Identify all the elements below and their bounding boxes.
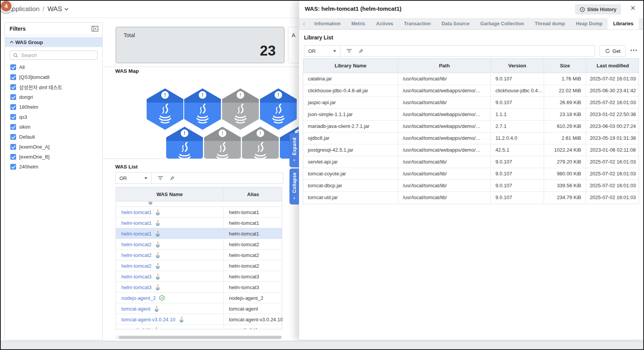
was-name-link[interactable]: helm-tomcat1 [121, 209, 152, 215]
breadcrumb-application[interactable]: Application [8, 5, 39, 13]
checkbox-checked-icon[interactable] [10, 134, 16, 140]
filter-icon[interactable] [346, 48, 352, 54]
was-list-row[interactable]: helm-tomcat2 JS helm-tomcat2 [116, 250, 282, 260]
panel-tab[interactable]: Information [309, 18, 346, 29]
library-row[interactable]: postgresql-42.5.1.jar /usr/local/tomcat/… [303, 144, 639, 156]
checkbox-checked-icon[interactable] [10, 64, 16, 70]
library-row[interactable]: tomcat-dbcp.jar /usr/local/tomcat/lib/ 9… [303, 180, 639, 192]
panel-tab[interactable]: Data Source [436, 18, 475, 29]
library-row[interactable]: json-simple-1.1.1.jar /usr/local/tomcat/… [303, 109, 639, 121]
was-list-row[interactable]: nodejs-agent_2 JS nodejs-agent_2 [116, 293, 282, 303]
was-list-row[interactable]: tomcat-agent-v3.0.24.10 JS tomcat-agent-… [116, 314, 282, 325]
collapse-panel-icon[interactable] [92, 26, 98, 32]
was-hexagon[interactable]: ! [184, 88, 221, 130]
slide-history-button[interactable]: Slide History [575, 4, 621, 15]
was-group-item[interactable]: [QS3]tomcat8 [5, 72, 102, 82]
panel-tab[interactable]: Actives [371, 18, 399, 29]
was-name-link[interactable]: helm-tomcat3 [121, 285, 152, 290]
was-group-section-header[interactable]: WAS Group [5, 37, 102, 47]
was-hexagon[interactable]: ! [260, 88, 297, 130]
was-name-link[interactable]: helm-tomcat1 [121, 231, 152, 237]
library-row[interactable]: ojdbc6.jar /usr/local/tomcat/webapps/dem… [303, 132, 639, 144]
panel-tab[interactable]: Thread dump [530, 18, 570, 29]
was-list-row[interactable]: helm-tomcat1 JS helm-tomcat1 [116, 228, 282, 239]
checkbox-checked-icon[interactable] [10, 164, 16, 170]
column-header-last-modified[interactable]: Last modified [586, 59, 639, 73]
was-hexagon[interactable]: ! [222, 88, 259, 130]
column-header-library-name[interactable]: Library Name [303, 59, 398, 73]
library-row[interactable]: tomcat-coyote.jar /usr/local/tomcat/lib/… [303, 168, 639, 180]
was-name-link[interactable]: tomcat-agent-v3.0.24.10 [121, 317, 175, 322]
horizontal-scrollbar[interactable] [116, 335, 282, 339]
library-row[interactable]: servlet-api.jar /usr/local/tomcat/lib/ 9… [303, 156, 639, 168]
panel-tab[interactable]: Libraries [608, 18, 639, 29]
expand-tab[interactable]: Expand ‹ [289, 133, 299, 167]
checkbox-checked-icon[interactable] [10, 144, 16, 150]
column-header-alias[interactable]: Alias [224, 187, 283, 201]
checkbox-checked-icon[interactable] [10, 74, 16, 80]
checkbox-checked-icon[interactable] [10, 84, 16, 90]
was-name-link[interactable]: tomcat8_240 [121, 327, 150, 329]
checkbox-checked-icon[interactable] [10, 94, 16, 100]
checkbox-checked-icon[interactable] [10, 114, 16, 120]
more-menu-icon[interactable]: ••• [629, 47, 639, 54]
was-hexagon[interactable]: ! [166, 127, 203, 159]
column-header-path[interactable]: Path [398, 59, 491, 73]
collapse-tab[interactable]: Collapse › [289, 168, 299, 204]
was-name-link[interactable]: nodejs-agent_2 [121, 295, 156, 301]
panel-tab[interactable]: Heap Dump [570, 18, 608, 29]
was-list-row[interactable]: tomcat8_240 JS tomcat8_240 [116, 325, 282, 329]
was-name-link[interactable]: tomcat-agent [121, 306, 150, 312]
library-row[interactable]: tomcat-util.jar /usr/local/tomcat/lib/ 9… [303, 192, 639, 204]
library-row[interactable]: jaspic-api.jar /usr/local/tomcat/lib/ 9.… [303, 97, 639, 109]
column-header-size[interactable]: Size [544, 59, 586, 73]
was-group-item[interactable]: qs3 [5, 112, 102, 122]
was-list-row[interactable]: tomcat-agent JS tomcat-agent [116, 303, 282, 314]
pin-icon[interactable] [358, 48, 364, 54]
was-list-row[interactable]: helm-tomcat1 JS helm-tomcat1 [116, 207, 282, 218]
was-group-item[interactable]: All [5, 62, 102, 72]
was-group-item[interactable]: Default [5, 132, 102, 142]
was-list-row[interactable]: helm-tomcat1 JS helm-tomcat1 [116, 218, 282, 228]
was-name-link[interactable]: helm-tomcat3 [121, 274, 152, 280]
tab-scroll-right-icon[interactable]: › [639, 18, 643, 29]
get-button[interactable]: Get [600, 45, 626, 57]
checkbox-checked-icon[interactable] [10, 104, 16, 110]
was-group-item[interactable]: dongri [5, 92, 102, 102]
chevron-down-icon[interactable] [65, 7, 69, 10]
was-list-row[interactable]: helm-tomcat3 JS helm-tomcat3 [116, 282, 282, 293]
was-group-item[interactable]: 삼성전자 dmf 테스트 [5, 82, 102, 92]
total-card[interactable]: Total 23 [116, 27, 284, 63]
scrollbar-thumb[interactable] [119, 336, 281, 339]
tab-scroll-left-icon[interactable]: ‹ [299, 18, 309, 29]
panel-tab[interactable]: Metric [346, 18, 371, 29]
was-name-link[interactable]: helm-tomcat1 [121, 220, 152, 226]
column-header-version[interactable]: Version [491, 59, 544, 73]
checkbox-checked-icon[interactable] [10, 124, 16, 130]
column-header-was-name[interactable]: WAS Name [116, 187, 224, 201]
library-row[interactable]: catalina.jar /usr/local/tomcat/lib/ 9.0.… [303, 73, 639, 85]
checkbox-checked-icon[interactable] [10, 154, 16, 160]
pin-icon[interactable] [169, 175, 175, 181]
was-name-link[interactable]: helm-tomcat2 [121, 263, 152, 269]
was-hexagon[interactable]: ! [204, 127, 241, 159]
breadcrumb-was[interactable]: WAS [47, 5, 62, 13]
panel-tab[interactable]: Garbage Collection [475, 18, 530, 29]
library-row[interactable]: clickhouse-jdbc-0.4.6-all.jar /usr/local… [303, 85, 639, 97]
library-row[interactable]: mariadb-java-client-2.7.1.jar /usr/local… [303, 121, 639, 132]
library-operator-dropdown[interactable]: OR [304, 46, 340, 56]
panel-tab[interactable]: Transaction [399, 18, 436, 29]
was-group-item[interactable]: 180helm [5, 102, 102, 112]
was-list-row[interactable]: helm-tomcat2 JS helm-tomcat2 [116, 239, 282, 250]
close-icon[interactable]: ✕ [629, 4, 637, 13]
was-name-link[interactable]: helm-tomcat2 [121, 252, 152, 258]
was-list-row[interactable]: helm-tomcat2 JS helm-tomcat2 [116, 260, 282, 271]
was-list-row[interactable]: helm-tomcat3 JS helm-tomcat3 [116, 271, 282, 282]
was-group-item[interactable]: [exemOne_B] [5, 152, 102, 162]
was-list-operator-dropdown[interactable]: OR [116, 173, 152, 183]
filter-icon[interactable] [157, 175, 163, 181]
search-input[interactable] [20, 52, 94, 59]
was-hexagon[interactable]: ! [147, 88, 183, 130]
was-name-link[interactable]: helm-tomcat2 [121, 242, 152, 247]
was-group-item[interactable]: [exemOne_A] [5, 142, 102, 152]
